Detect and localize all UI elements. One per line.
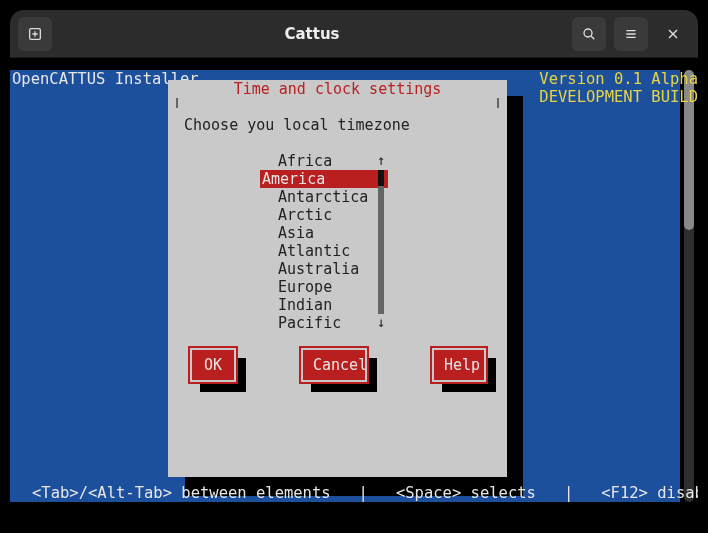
timezone-item-africa[interactable]: Africa xyxy=(260,152,388,170)
timezone-item-europe[interactable]: Europe xyxy=(260,278,388,296)
cancel-button[interactable]: Cancel xyxy=(301,348,367,382)
terminal-area: OpenCATTUS Installer Version 0.1 Alpha D… xyxy=(10,58,698,523)
dialog-title: Time and clock settings xyxy=(168,80,507,98)
new-tab-button[interactable] xyxy=(18,17,52,51)
ok-button[interactable]: OK xyxy=(190,348,236,382)
window-title: Cattus xyxy=(52,25,572,43)
help-bar: <Tab>/<Alt-Tab> between elements | <Spac… xyxy=(32,484,672,502)
timezone-item-indian[interactable]: Indian xyxy=(260,296,388,314)
menu-button[interactable] xyxy=(614,17,648,51)
svg-line-4 xyxy=(591,36,594,39)
timezone-dialog: Time and clock settings Choose you local… xyxy=(168,80,507,477)
timezone-item-asia[interactable]: Asia xyxy=(260,224,388,242)
svg-point-3 xyxy=(584,29,592,37)
terminal-scrollbar[interactable] xyxy=(684,70,694,502)
timezone-item-antarctica[interactable]: Antarctica xyxy=(260,188,388,206)
timezone-item-pacific[interactable]: Pacific xyxy=(260,314,388,332)
timezone-item-australia[interactable]: Australia xyxy=(260,260,388,278)
timezone-item-atlantic[interactable]: Atlantic xyxy=(260,242,388,260)
help-button[interactable]: Help xyxy=(432,348,486,382)
scroll-up-arrow-icon[interactable]: ↑ xyxy=(376,152,386,170)
timezone-scroll-track[interactable] xyxy=(378,170,384,314)
close-button[interactable] xyxy=(656,17,690,51)
timezone-list[interactable]: Africa America Antarctica Arctic Asia At… xyxy=(260,152,388,332)
timezone-item-arctic[interactable]: Arctic xyxy=(260,206,388,224)
timezone-scrollbar[interactable]: ↑ ↓ xyxy=(376,152,386,332)
window-titlebar: Cattus xyxy=(10,10,698,58)
search-button[interactable] xyxy=(572,17,606,51)
dialog-prompt: Choose you local timezone xyxy=(184,116,410,134)
dialog-button-row: OK Cancel Help xyxy=(190,348,486,382)
timezone-item-america[interactable]: America xyxy=(260,170,388,188)
timezone-scroll-thumb[interactable] xyxy=(378,170,384,186)
scroll-down-arrow-icon[interactable]: ↓ xyxy=(376,314,386,332)
